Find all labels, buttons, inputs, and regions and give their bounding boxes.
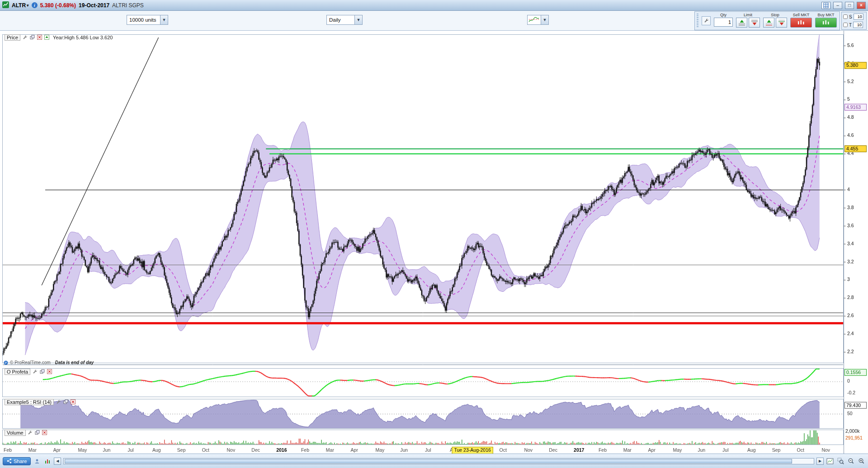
rsi-panel-title[interactable]: Example5 : RSI (14): [5, 399, 54, 405]
share-icon: [7, 459, 12, 463]
buy-stop-button[interactable]: [763, 18, 774, 28]
trading-settings-button[interactable]: [702, 16, 711, 25]
info-icon[interactable]: i: [32, 2, 38, 8]
close-button[interactable]: ×: [857, 2, 866, 9]
price-panel-header: Price Year:High 5.486 Low 3.620: [5, 34, 113, 41]
close-panel-icon[interactable]: [37, 35, 42, 40]
qty-label: Qty: [720, 12, 726, 18]
minimize-button[interactable]: –: [833, 2, 842, 9]
chevron-down-icon: ▼: [160, 15, 168, 24]
scale-up-icon[interactable]: [44, 35, 49, 40]
trailing-checkbox[interactable]: [843, 23, 848, 27]
stop-short-label: S: [849, 14, 852, 19]
zoom-in-icon[interactable]: [857, 457, 865, 465]
stop-label: Stop: [771, 12, 779, 18]
main-toolbar: 10000 units ▼ Daily ▼ ▼ Qty Limit: [0, 11, 868, 31]
rsi-panel-header: Example5 : RSI (14): [5, 398, 75, 405]
last-price: 5.380: [40, 2, 54, 9]
bottom-toolbar: Share ◀ ▶: [0, 454, 868, 468]
chart-style-icon: [528, 16, 541, 24]
share-label: Share: [14, 459, 27, 464]
app-logo-icon: [2, 1, 9, 9]
sell-stop-button[interactable]: [776, 18, 787, 28]
panel-grip-handle[interactable]: [697, 14, 698, 28]
trailing-short-label: T: [849, 23, 852, 28]
scroll-right-button[interactable]: ▶: [816, 458, 824, 465]
workspace-grid-icon[interactable]: [821, 2, 830, 9]
buy-mkt-column: Buy MKT: [815, 12, 837, 29]
chart-area: Price Year:High 5.486 Low 3.620 P © ProR…: [0, 31, 868, 454]
watermark: P © ProRealTime.com Data is end of day: [4, 360, 94, 365]
close-panel-icon[interactable]: [42, 430, 47, 435]
chevron-down-icon: ▼: [354, 15, 362, 24]
scrollbar-thumb[interactable]: [65, 459, 792, 463]
volume-panel-header: Volume: [5, 429, 47, 436]
year-high-low-label: Year:High 5.486 Low 3.620: [53, 35, 113, 40]
trailing-value-input[interactable]: [853, 22, 863, 28]
prorealtime-logo-icon: P: [4, 360, 8, 365]
settings-wrench-icon[interactable]: [32, 369, 38, 374]
limit-label: Limit: [744, 12, 752, 18]
symbol-selector[interactable]: ALTR ▾: [12, 2, 29, 9]
security-name: ALTRI SGPS: [112, 2, 144, 9]
buy-mkt-label: Buy MKT: [817, 12, 834, 18]
svg-text:P: P: [5, 361, 7, 364]
settings-wrench-icon[interactable]: [56, 399, 61, 405]
detach-window-icon[interactable]: [39, 369, 45, 374]
maximize-button[interactable]: □: [845, 2, 854, 9]
chevron-down-icon: ▼: [541, 15, 548, 24]
stop-column: Stop: [763, 12, 787, 29]
zoom-out-icon[interactable]: [847, 457, 855, 465]
trailing-order-row: T: [843, 22, 865, 28]
profeta-panel-header: O Profeta: [5, 368, 52, 375]
trading-panel: Qty Limit Stop: [694, 11, 840, 30]
chart-canvas[interactable]: [0, 31, 868, 454]
buy-market-button[interactable]: [815, 18, 837, 28]
units-value: 10000 units: [127, 17, 160, 23]
sell-market-button[interactable]: [790, 18, 812, 28]
quote-date: 19-Oct-2017: [79, 2, 109, 9]
expand-chart-icon[interactable]: [826, 457, 834, 465]
chart-scrollbar[interactable]: [63, 458, 814, 464]
detach-window-icon[interactable]: [63, 399, 68, 405]
units-dropdown[interactable]: 10000 units ▼: [127, 15, 168, 25]
scroll-left-button[interactable]: ◀: [54, 458, 61, 465]
qty-column: Qty: [714, 12, 733, 29]
sell-limit-button[interactable]: [749, 18, 760, 28]
detach-window-icon[interactable]: [35, 430, 40, 435]
price-change: (-0.68%): [55, 2, 76, 9]
price-panel-title[interactable]: Price: [5, 34, 20, 41]
user-icon[interactable]: [33, 457, 41, 465]
close-panel-icon[interactable]: [47, 369, 52, 374]
chart-style-dropdown[interactable]: ▼: [527, 15, 549, 25]
limit-column: Limit: [736, 12, 760, 29]
settings-wrench-icon[interactable]: [28, 430, 33, 435]
close-panel-icon[interactable]: [70, 399, 75, 405]
timeframe-dropdown[interactable]: Daily ▼: [326, 15, 363, 25]
buy-limit-button[interactable]: [736, 18, 747, 28]
data-note-label: Data is end of day: [55, 360, 94, 365]
stop-checkbox[interactable]: [843, 14, 848, 19]
zoom-selection-icon[interactable]: [836, 457, 844, 465]
mini-chart-icon[interactable]: [43, 457, 52, 465]
chevron-down-icon: ▾: [27, 3, 29, 8]
sell-mkt-column: Sell MKT: [790, 12, 812, 29]
volume-panel-title[interactable]: Volume: [5, 430, 26, 436]
stop-order-row: S: [843, 14, 865, 20]
share-button[interactable]: Share: [3, 457, 31, 465]
stop-value-input[interactable]: [854, 14, 863, 20]
timeframe-value: Daily: [327, 17, 354, 23]
last-price-change: 5.380 (-0.68%): [40, 2, 76, 9]
detach-window-icon[interactable]: [29, 35, 35, 40]
qty-input[interactable]: [714, 18, 733, 27]
copyright-label: © ProRealTime.com: [10, 360, 51, 365]
sell-mkt-label: Sell MKT: [793, 12, 810, 18]
symbol-label: ALTR: [12, 2, 26, 9]
settings-wrench-icon[interactable]: [22, 35, 28, 40]
title-bar: ALTR ▾ i 5.380 (-0.68%) 19-Oct-2017 ALTR…: [0, 0, 868, 11]
profeta-panel-title[interactable]: O Profeta: [5, 369, 30, 375]
stop-trailing-box: S T: [841, 12, 867, 30]
